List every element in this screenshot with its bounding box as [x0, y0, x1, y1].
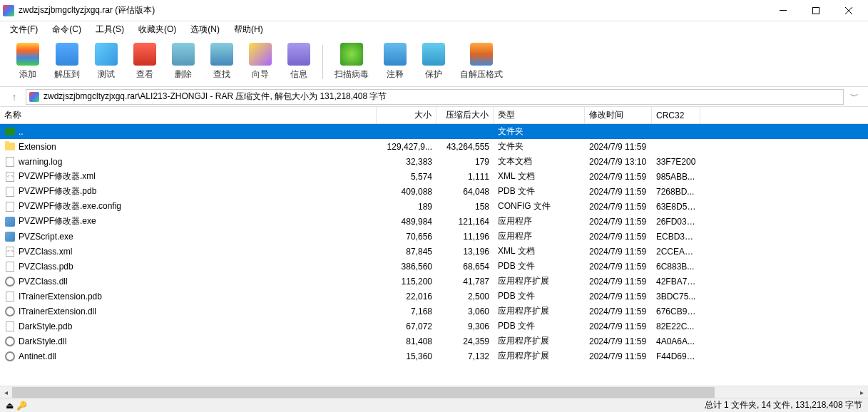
add-button[interactable]: 添加 [9, 40, 47, 83]
file-size: 81,408 [377, 336, 436, 346]
file-size: 67,072 [377, 321, 436, 331]
file-type: XML 文档 [494, 170, 585, 182]
header-name[interactable]: 名称 [0, 107, 377, 123]
file-size: 22,016 [377, 292, 436, 302]
file-row[interactable]: ..文件夹 [0, 124, 868, 139]
file-name: PVZClass.dll [19, 277, 68, 287]
file-compressed: 9,306 [436, 321, 494, 331]
scan-button[interactable]: 扫描病毒 [327, 40, 376, 83]
horizontal-scrollbar[interactable]: ◂ ▸ [0, 386, 868, 398]
scroll-thumb[interactable] [12, 387, 715, 398]
file-date: 2024/7/9 11:59 [585, 217, 652, 227]
menu-tools[interactable]: 工具(S) [88, 22, 131, 37]
file-compressed: 2,500 [436, 292, 494, 302]
menu-favorites[interactable]: 收藏夹(O) [131, 22, 183, 37]
extract-button[interactable]: 解压到 [47, 40, 87, 83]
file-row[interactable]: PVZClass.dll115,20041,787应用程序扩展2024/7/9 … [0, 274, 868, 289]
header-crc[interactable]: CRC32 [652, 107, 700, 123]
file-size: 489,984 [377, 217, 436, 227]
file-row[interactable]: ITrainerExtension.dll7,1683,060应用程序扩展202… [0, 304, 868, 319]
file-row[interactable]: DarkStyle.dll81,40824,359应用程序扩展2024/7/9 … [0, 334, 868, 349]
path-dropdown[interactable]: ﹀ [848, 91, 861, 103]
minimize-button[interactable] [767, 0, 800, 21]
test-button[interactable]: 测试 [87, 40, 126, 83]
menu-command[interactable]: 命令(C) [45, 22, 88, 37]
path-input[interactable]: zwdzjszjbmgcltyzjxgq.rar\ALI213-ZHONGJI … [26, 89, 844, 105]
file-crc: 676CB932 [652, 307, 700, 316]
file-type: 应用程序扩展 [494, 305, 585, 317]
page-icon [4, 186, 16, 197]
scroll-left-button[interactable]: ◂ [0, 386, 12, 398]
file-type: PDB 文件 [494, 260, 585, 272]
file-row[interactable]: PVZWPF修改器.pdb409,08864,048PDB 文件2024/7/9… [0, 184, 868, 199]
gear-icon [4, 276, 16, 287]
file-row[interactable]: Extension129,427,9...43,264,555文件夹2024/7… [0, 139, 868, 154]
file-row[interactable]: DarkStyle.pdb67,0729,306PDB 文件2024/7/9 1… [0, 319, 868, 334]
window-controls [767, 0, 865, 21]
wizard-button[interactable]: 向导 [241, 40, 280, 83]
statusbar: ⏏ 🔑 总计 1 文件夹, 14 文件, 131,218,408 字节 [0, 398, 868, 412]
file-compressed: 1,111 [436, 172, 494, 182]
gear-icon [4, 306, 16, 317]
comment-button[interactable]: 注释 [376, 40, 414, 83]
file-compressed: 179 [436, 157, 494, 167]
header-type[interactable]: 类型 [494, 107, 585, 123]
file-row[interactable]: PVZWPF修改器.xml5,5741,111XML 文档2024/7/9 11… [0, 169, 868, 184]
file-row[interactable]: ITrainerExtension.pdb22,0162,500PDB 文件20… [0, 289, 868, 304]
header-date[interactable]: 修改时间 [585, 107, 652, 123]
file-row[interactable]: PVZScript.exe70,65611,196应用程序2024/7/9 11… [0, 229, 868, 244]
file-size: 7,168 [377, 307, 436, 316]
header-compressed[interactable]: 压缩后大小 [436, 107, 494, 123]
file-type: PDB 文件 [494, 185, 585, 197]
file-size: 129,427,9... [377, 142, 436, 152]
find-button[interactable]: 查找 [203, 40, 241, 83]
file-row[interactable]: Antinet.dll15,3607,132应用程序扩展2024/7/9 11:… [0, 349, 868, 364]
file-compressed: 64,048 [436, 187, 494, 197]
gear-icon [4, 336, 16, 347]
delete-button[interactable]: 删除 [164, 40, 203, 83]
file-row[interactable]: PVZWPF修改器.exe.config189158CONFIG 文件2024/… [0, 199, 868, 214]
file-type: 应用程序 [494, 230, 585, 242]
file-compressed: 43,264,555 [436, 142, 494, 152]
file-type: XML 文档 [494, 245, 585, 257]
file-date: 2024/7/9 11:59 [585, 232, 652, 242]
menu-help[interactable]: 帮助(H) [227, 22, 270, 37]
close-button[interactable] [832, 0, 865, 21]
file-crc: 63E8D557 [652, 202, 700, 212]
exe-icon [4, 231, 16, 242]
file-row[interactable]: PVZWPF修改器.exe489,984121,164应用程序2024/7/9 … [0, 214, 868, 229]
menu-options[interactable]: 选项(N) [183, 22, 227, 37]
page-icon [4, 291, 16, 302]
file-size: 5,574 [377, 172, 436, 182]
file-name: PVZWPF修改器.exe.config [19, 200, 121, 212]
file-size: 386,560 [377, 262, 436, 272]
view-button[interactable]: 查看 [126, 40, 164, 83]
file-compressed: 158 [436, 202, 494, 212]
header-size[interactable]: 大小 [377, 107, 436, 123]
protect-button[interactable]: 保护 [414, 40, 453, 83]
up-button[interactable]: ↑ [7, 90, 21, 104]
maximize-button[interactable] [800, 0, 832, 21]
sfx-button[interactable]: 自解压格式 [453, 40, 510, 83]
menu-file[interactable]: 文件(F) [3, 22, 45, 37]
page-icon [4, 156, 16, 168]
info-icon [287, 43, 310, 66]
file-crc: 6C883B... [652, 262, 700, 272]
xml-icon [4, 246, 16, 257]
delete-icon [172, 43, 195, 66]
file-compressed: 41,787 [436, 277, 494, 287]
file-row[interactable]: warning.log32,383179文本文档2024/7/9 13:1033… [0, 154, 868, 169]
file-row[interactable]: PVZClass.pdb386,56068,654PDB 文件2024/7/9 … [0, 259, 868, 274]
scroll-right-button[interactable]: ▸ [856, 386, 868, 398]
window-title: zwdzjszjbmgcltyzjxgq.rar (评估版本) [19, 4, 767, 16]
file-compressed: 3,060 [436, 307, 494, 316]
info-button[interactable]: 信息 [280, 40, 318, 83]
file-row[interactable]: PVZClass.xml87,84513,196XML 文档2024/7/9 1… [0, 244, 868, 259]
file-date: 2024/7/9 11:59 [585, 247, 652, 257]
toolbar: 添加 解压到 测试 查看 删除 查找 向导 信息 扫描病毒 注释 保护 自解压格… [0, 37, 868, 87]
file-date: 2024/7/9 11:59 [585, 351, 652, 361]
file-size: 409,088 [377, 187, 436, 197]
toolbar-separator [322, 45, 323, 79]
titlebar: zwdzjszjbmgcltyzjxgq.rar (评估版本) [0, 0, 868, 21]
file-list[interactable]: ..文件夹Extension129,427,9...43,264,555文件夹2… [0, 124, 868, 364]
